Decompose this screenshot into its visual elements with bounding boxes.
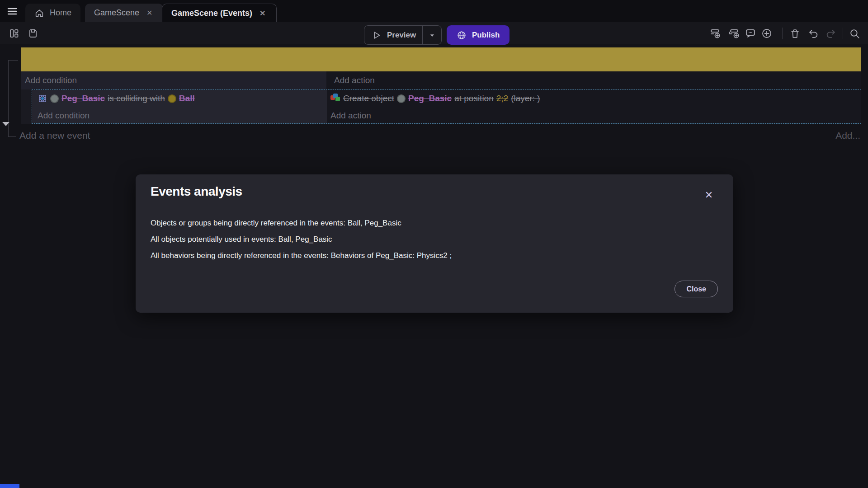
event-row: Add condition Add action (21, 71, 861, 89)
action-coords: 2;2 (496, 94, 508, 103)
add-condition-label: Add condition (21, 71, 326, 89)
dialog-body: Objects or groups being directly referen… (151, 215, 452, 264)
add-condition-cell[interactable]: Add condition (21, 71, 326, 89)
redo-icon (826, 28, 837, 39)
undo-button[interactable] (807, 27, 819, 40)
preview-button[interactable]: Preview (364, 25, 442, 45)
action-object: Peg_Basic (408, 94, 452, 103)
events-sheet: Add condition Add action Peg_Basic is co… (0, 44, 868, 162)
collapse-event-arrow[interactable] (2, 122, 9, 126)
dialog-close-icon[interactable]: ✕ (701, 187, 717, 203)
condition-object2: Ball (179, 94, 195, 103)
save-icon (28, 28, 38, 39)
add-action-label[interactable]: Add action (330, 109, 371, 122)
selected-event-highlight[interactable] (21, 47, 861, 71)
add-subevent-button[interactable] (728, 27, 741, 40)
action-verb: Create object (343, 94, 394, 103)
tab-gamescene-events-label: GameScene (Events) (171, 9, 252, 18)
gdevelop-editor: Home GameScene ✕ GameScene (Events) ✕ (0, 0, 868, 488)
choose-event-button[interactable] (760, 27, 773, 40)
redo-button[interactable] (825, 27, 837, 40)
preview-label: Preview (387, 31, 416, 40)
events-toolbar: Preview Publish (0, 22, 868, 44)
events-analysis-dialog: Events analysis ✕ Objects or groups bein… (136, 174, 733, 313)
layout-icon (9, 28, 19, 39)
create-object-icon (330, 94, 340, 103)
analysis-line-objects-referenced: Objects or groups being directly referen… (151, 215, 452, 231)
add-new-event-link[interactable]: Add a new event (19, 130, 90, 141)
ball-object-icon (168, 94, 176, 103)
condition-operator: is colliding with (108, 94, 165, 103)
publish-label: Publish (472, 31, 500, 40)
preview-options-button[interactable] (422, 26, 441, 44)
analysis-line-objects-used: All objects potentially used in events: … (151, 231, 452, 248)
close-button[interactable]: Close (675, 281, 718, 297)
bottom-progress-strip (0, 484, 19, 488)
tab-home-label: Home (50, 8, 71, 18)
tab-close-icon[interactable]: ✕ (145, 8, 154, 18)
action-middle: at position (454, 94, 494, 103)
add-more-link[interactable]: Add... (835, 130, 860, 141)
search-icon (849, 28, 860, 39)
tab-bar: Home GameScene ✕ GameScene (Events) ✕ (0, 0, 868, 22)
toolbar-divider (782, 28, 783, 39)
home-icon (34, 8, 44, 18)
search-events-button[interactable] (848, 27, 861, 40)
dialog-title: Events analysis (151, 184, 242, 199)
selected-sub-event[interactable]: Peg_Basic is colliding with Ball Create … (32, 89, 861, 124)
tree-line (8, 136, 16, 137)
trash-icon (789, 28, 801, 39)
action-row[interactable]: Create object Peg_Basic at position 2;2 … (330, 94, 540, 103)
analysis-line-behaviors: All behaviors being directly referenced … (151, 248, 452, 264)
sub-event-gutter (21, 89, 32, 124)
undo-icon (807, 28, 819, 39)
condition-row[interactable]: Peg_Basic is colliding with Ball (38, 94, 195, 103)
add-comment-button[interactable] (744, 27, 757, 40)
peg-basic-object-icon (397, 94, 406, 103)
tab-close-icon[interactable]: ✕ (258, 8, 267, 19)
delete-button[interactable] (788, 27, 801, 40)
hamburger-icon (7, 6, 18, 17)
collision-condition-icon (38, 94, 47, 103)
play-icon (372, 30, 382, 40)
comment-icon (745, 28, 756, 39)
tab-gamescene-label: GameScene (94, 8, 139, 18)
add-action-label[interactable]: Add action (330, 71, 375, 89)
toolbar-divider (843, 28, 843, 39)
add-condition-label[interactable]: Add condition (38, 109, 90, 122)
publish-button[interactable]: Publish (447, 25, 509, 45)
peg-basic-object-icon (50, 94, 59, 103)
save-button[interactable] (27, 27, 39, 40)
main-menu-button[interactable] (5, 5, 19, 17)
condition-object1: Peg_Basic (61, 94, 105, 103)
tab-gamescene-events[interactable]: GameScene (Events) ✕ (162, 4, 277, 22)
plus-circle-icon (761, 28, 773, 39)
add-event-icon (710, 28, 722, 39)
tree-line (8, 60, 18, 61)
tab-gamescene[interactable]: GameScene ✕ (85, 4, 163, 22)
tab-home[interactable]: Home (25, 4, 80, 22)
toggle-panels-button[interactable] (8, 27, 20, 40)
add-event-button[interactable] (709, 27, 722, 40)
action-suffix: (layer: ) (511, 94, 540, 103)
chevron-down-icon (429, 32, 435, 38)
add-subevent-icon (728, 28, 740, 39)
globe-icon (457, 30, 467, 40)
